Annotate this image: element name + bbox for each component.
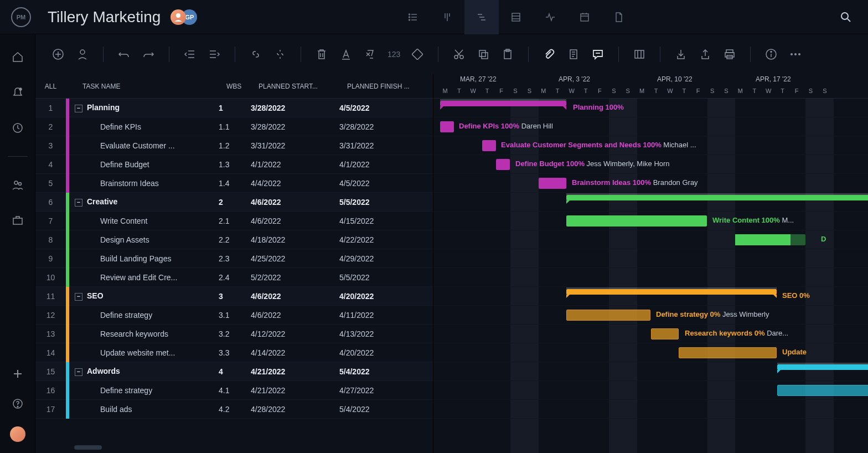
finish-cell[interactable]: 4/20/2022 — [334, 348, 422, 357]
table-row[interactable]: 11−SEO34/6/20224/20/2022 — [35, 287, 433, 306]
cut-icon[interactable] — [452, 47, 466, 61]
notes-icon[interactable] — [566, 47, 581, 61]
gantt-chart[interactable]: MAR, 27 '22APR, 3 '22APR, 10 '22APR, 17 … — [433, 74, 868, 453]
collapse-icon[interactable]: − — [75, 368, 82, 376]
table-row[interactable]: 12Define strategy3.14/6/20224/11/2022 — [35, 306, 433, 325]
table-row[interactable]: 5Brainstorm Ideas1.44/4/20224/5/2022 — [35, 174, 433, 193]
task-name-cell[interactable]: Brainstorm Ideas — [69, 179, 213, 188]
redo-icon[interactable] — [141, 47, 156, 61]
view-activity-icon[interactable] — [533, 0, 567, 34]
start-cell[interactable]: 4/6/2022 — [245, 198, 334, 207]
briefcase-icon[interactable] — [11, 213, 25, 228]
finish-cell[interactable]: 4/15/2022 — [334, 217, 422, 225]
gantt-row[interactable]: D — [433, 230, 868, 249]
task-name-cell[interactable]: Build ads — [69, 405, 213, 414]
user-avatar[interactable] — [10, 426, 25, 442]
start-cell[interactable]: 4/14/2022 — [245, 348, 334, 357]
finish-cell[interactable]: 4/22/2022 — [334, 235, 422, 244]
table-row[interactable]: 15−Adwords44/21/20225/4/2022 — [35, 362, 433, 381]
task-name-cell[interactable]: Write Content — [69, 217, 213, 225]
start-cell[interactable]: 3/28/2022 — [245, 122, 334, 131]
collapse-icon[interactable]: − — [75, 293, 82, 301]
start-cell[interactable]: 4/6/2022 — [245, 311, 334, 320]
link-icon[interactable] — [249, 47, 263, 61]
start-cell[interactable]: 5/2/2022 — [245, 273, 334, 282]
start-cell[interactable]: 4/25/2022 — [245, 254, 334, 263]
finish-cell[interactable]: 4/11/2022 — [334, 311, 422, 320]
task-name-cell[interactable]: Evaluate Customer ... — [69, 141, 213, 150]
team-icon[interactable] — [11, 178, 25, 192]
table-row[interactable]: 2Define KPIs1.13/28/20223/28/2022 — [35, 117, 433, 136]
collapse-icon[interactable]: − — [75, 199, 82, 207]
table-row[interactable]: 14Update website met...3.34/14/20224/20/… — [35, 343, 433, 362]
task-name-cell[interactable]: Research keywords — [69, 330, 213, 338]
gantt-row[interactable]: Planning 100% — [433, 99, 868, 117]
table-row[interactable]: 8Design Assets2.24/18/20224/22/2022 — [35, 230, 433, 249]
copy-icon[interactable] — [476, 47, 490, 61]
gantt-row[interactable] — [433, 362, 868, 381]
gantt-bar[interactable] — [777, 385, 868, 396]
gantt-row[interactable]: Define Budget 100% Jess Wimberly, Mike H… — [433, 155, 868, 174]
finish-cell[interactable]: 4/1/2022 — [334, 160, 422, 169]
finish-cell[interactable]: 5/5/2022 — [334, 198, 422, 207]
start-cell[interactable]: 3/31/2022 — [245, 141, 334, 150]
finish-cell[interactable]: 5/5/2022 — [334, 273, 422, 282]
gantt-row[interactable]: SEO 0% — [433, 287, 868, 306]
bell-icon[interactable] — [11, 85, 25, 100]
start-cell[interactable]: 4/6/2022 — [245, 292, 334, 301]
start-cell[interactable]: 4/21/2022 — [245, 386, 334, 395]
priority-icon[interactable] — [410, 47, 425, 61]
finish-cell[interactable]: 3/28/2022 — [334, 122, 422, 131]
gantt-bar[interactable] — [777, 364, 868, 370]
view-doc-icon[interactable] — [602, 0, 636, 34]
gantt-bar[interactable] — [566, 215, 707, 226]
gantt-row[interactable]: Define strategy 0% Jess Wimberly — [433, 306, 868, 325]
task-name-cell[interactable]: Review and Edit Cre... — [69, 273, 213, 282]
start-cell[interactable]: 3/28/2022 — [245, 104, 334, 112]
table-row[interactable]: 6−Creative24/6/20225/5/2022 — [35, 193, 433, 212]
col-planned-finish[interactable]: PLANNED FINISH ... — [342, 83, 430, 90]
outdent-icon[interactable] — [183, 47, 197, 61]
finish-cell[interactable]: 5/4/2022 — [334, 405, 422, 414]
gantt-bar[interactable] — [651, 328, 679, 339]
paste-icon[interactable] — [500, 47, 515, 61]
col-planned-start[interactable]: PLANNED START... — [253, 83, 342, 90]
gantt-bar[interactable] — [566, 195, 868, 200]
more-icon[interactable] — [788, 47, 803, 61]
table-row[interactable]: 1−Planning13/28/20224/5/2022 — [35, 99, 433, 117]
task-name-cell[interactable]: Define strategy — [69, 311, 213, 320]
app-logo[interactable]: PM — [11, 7, 31, 27]
finish-cell[interactable]: 4/5/2022 — [334, 179, 422, 188]
gantt-row[interactable]: Brainstorm Ideas 100% Brandon Gray — [433, 174, 868, 193]
finish-cell[interactable]: 4/13/2022 — [334, 330, 422, 338]
gantt-row[interactable] — [433, 268, 868, 287]
task-name-cell[interactable]: Design Assets — [69, 235, 213, 244]
gantt-row[interactable]: Research keywords 0% Dare... — [433, 325, 868, 343]
table-row[interactable]: 9Build Landing Pages2.34/25/20224/29/202… — [35, 249, 433, 268]
gantt-bar[interactable] — [482, 140, 496, 151]
start-cell[interactable]: 4/18/2022 — [245, 235, 334, 244]
start-cell[interactable]: 4/21/2022 — [245, 367, 334, 376]
home-icon[interactable] — [11, 50, 25, 64]
gantt-bar[interactable] — [440, 121, 454, 132]
gantt-bar[interactable] — [440, 101, 566, 106]
unlink-icon[interactable] — [273, 47, 287, 61]
table-row[interactable]: 17Build ads4.24/28/20225/4/2022 — [35, 400, 433, 419]
help-icon[interactable] — [11, 397, 25, 411]
col-task-name[interactable]: TASK NAME — [77, 83, 221, 90]
view-board-icon[interactable] — [430, 0, 464, 34]
gantt-row[interactable] — [433, 381, 868, 400]
finish-cell[interactable]: 5/4/2022 — [334, 367, 422, 376]
export-icon[interactable] — [698, 47, 712, 61]
finish-cell[interactable]: 4/29/2022 — [334, 254, 422, 263]
task-name-cell[interactable]: Define KPIs — [69, 122, 213, 131]
table-scrollbar[interactable] — [74, 445, 433, 451]
view-calendar-icon[interactable] — [567, 0, 602, 34]
search-icon[interactable] — [835, 6, 857, 28]
task-name-cell[interactable]: Build Landing Pages — [69, 254, 213, 263]
text-style-icon[interactable] — [339, 47, 353, 61]
gantt-row[interactable]: Define KPIs 100% Daren Hill — [433, 117, 868, 136]
task-name-cell[interactable]: −SEO — [69, 291, 213, 300]
gantt-bar[interactable] — [679, 347, 777, 358]
attachment-icon[interactable] — [542, 47, 556, 61]
